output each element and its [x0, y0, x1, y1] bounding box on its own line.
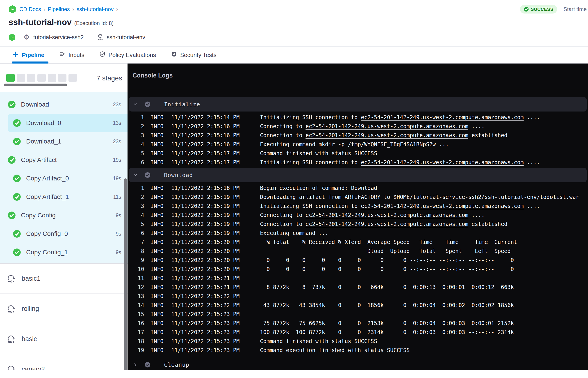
tab-inputs[interactable]: Inputs: [59, 47, 84, 63]
log-lines: 1INFO11/11/2022 2:15:18 PMBegin executio…: [128, 184, 588, 355]
svg-text:∞: ∞: [11, 35, 14, 39]
stage-row-copy-config-0[interactable]: Copy Config_09s: [0, 225, 128, 243]
svg-text:∞: ∞: [11, 7, 14, 12]
breadcrumb-link-cd-docs[interactable]: CD Docs: [19, 6, 41, 12]
stage-row-download-0[interactable]: Download_013s: [8, 114, 128, 132]
log-line-number: 13: [132, 293, 144, 299]
stage-progress-square-2: [17, 74, 25, 82]
log-timestamp: 11/11/2022 2:15:23 PM: [171, 347, 254, 353]
horizontal-scrollbar[interactable]: [4, 83, 67, 86]
log-timestamp: 11/11/2022 2:15:22 PM: [171, 302, 254, 308]
pipeline-row-basic[interactable]: basic: [0, 324, 128, 354]
stage-name: Copy Artifact: [21, 156, 57, 163]
host-link[interactable]: ec2-54-201-142-249.us-west-2.compute.ama…: [361, 114, 523, 121]
tab-pipeline[interactable]: Pipeline: [13, 47, 44, 63]
log-line-number: 19: [132, 347, 144, 353]
host-link[interactable]: ec2-54-201-142-249.us-west-2.compute.ama…: [306, 132, 468, 138]
service-name[interactable]: tutorial-service-ssh2: [33, 34, 84, 40]
log-level: INFO: [150, 185, 165, 191]
log-timestamp: 11/11/2022 2:15:14 PM: [171, 114, 254, 121]
log-line: 16INFO11/11/2022 2:15:23 PM 75 8772k 75 …: [128, 319, 588, 328]
stage-row-copy-config[interactable]: Copy Config9s: [0, 206, 128, 225]
log-line: 5INFO11/11/2022 2:15:19 PMConnection to …: [128, 220, 588, 229]
stage-row-copy-config-1[interactable]: Copy Config_19s: [0, 243, 128, 262]
pipeline-execution-page: ∞ CD Docs›Pipelines›ssh-tutorial-nov› SU…: [0, 0, 588, 370]
log-timestamp: 11/11/2022 2:15:23 PM: [171, 338, 254, 344]
stage-success-icon: [13, 119, 21, 127]
log-section-header-download[interactable]: Download: [129, 168, 587, 182]
log-line-number: 4: [132, 141, 144, 148]
breadcrumb-separator: ›: [116, 6, 118, 13]
log-line: 8INFO11/11/2022 2:15:20 PM Dload Upload …: [128, 247, 588, 256]
host-link[interactable]: ec2-54-201-142-249.us-west-2.compute.ama…: [306, 123, 468, 130]
log-level: INFO: [150, 212, 165, 218]
status-badge: SUCCESS: [520, 5, 557, 14]
pipeline-row-basic1[interactable]: basic1: [0, 263, 128, 294]
host-link[interactable]: ec2-54-201-142-249.us-west-2.compute.ama…: [306, 221, 468, 227]
host-link[interactable]: ec2-54-201-142-249.us-west-2.compute.ama…: [361, 203, 523, 209]
log-line-number: 6: [132, 230, 144, 236]
pipeline-row-canary2[interactable]: canary2: [0, 354, 128, 370]
log-message: 0 0 0 0 0 0 0 0 --:--:-- --:--:-- --:--:…: [260, 266, 588, 272]
log-level: INFO: [150, 329, 165, 336]
stage-success-icon: [13, 230, 21, 238]
log-section-header-cleanup[interactable]: Cleanup: [129, 357, 587, 370]
vertical-scrollbar[interactable]: [124, 178, 127, 370]
log-timestamp: 11/11/2022 2:15:21 PM: [171, 275, 254, 281]
stage-list: Download23sDownload_013sDownload_123sCop…: [0, 92, 128, 263]
log-line: 3INFO11/11/2022 2:15:19 PMInitializing S…: [128, 202, 588, 211]
stage-row-download-1[interactable]: Download_123s: [0, 132, 128, 151]
console-sections: Initialize1INFO11/11/2022 2:15:14 PMInit…: [128, 97, 588, 370]
stage-progress-square-3: [27, 74, 35, 82]
breadcrumb-link-ssh-tutorial-nov[interactable]: ssh-tutorial-nov: [77, 6, 114, 12]
log-line: 6INFO11/11/2022 2:15:17 PMInitializing S…: [128, 158, 588, 167]
main-content: 7 stages Download23sDownload_013sDownloa…: [0, 64, 588, 370]
log-section-header-initialize[interactable]: Initialize: [129, 97, 587, 111]
stage-row-copy-artifact-0[interactable]: Copy Artifact_019s: [0, 169, 128, 188]
log-line: 2INFO11/11/2022 2:15:16 PMConnecting to …: [128, 122, 588, 131]
log-level: INFO: [150, 275, 165, 281]
log-message: Connection to ec2-54-201-142-249.us-west…: [260, 221, 588, 227]
stage-row-download[interactable]: Download23s: [0, 95, 128, 114]
log-level: INFO: [150, 194, 165, 200]
tab-security-tests[interactable]: Security Tests: [171, 47, 216, 63]
breadcrumb-link-pipelines[interactable]: Pipelines: [48, 6, 70, 12]
stage-success-icon: [8, 211, 16, 219]
log-level: INFO: [150, 302, 165, 308]
pipeline-list: basic1 rolling basic canary2: [0, 263, 128, 370]
log-line-number: 6: [132, 159, 144, 166]
pipeline-row-rolling[interactable]: rolling: [0, 294, 128, 324]
log-line: 12INFO11/11/2022 2:15:21 PM 8 8772k 8 73…: [128, 283, 588, 292]
environment-name[interactable]: ssh-tutorial-env: [107, 34, 145, 40]
log-timestamp: 11/11/2022 2:15:20 PM: [171, 239, 254, 245]
log-line: 9INFO11/11/2022 2:15:20 PM 0 0 0 0 0 0 0…: [128, 256, 588, 265]
log-level: INFO: [150, 114, 165, 121]
log-line: 14INFO11/11/2022 2:15:22 PM 43 8772k 43 …: [128, 301, 588, 310]
log-level: INFO: [150, 266, 165, 272]
stage-progress-square-5: [48, 74, 56, 82]
log-line-number: 18: [132, 338, 144, 344]
log-message: 43 8772k 43 3854k 0 0 1856k 0 0:00:04 0:…: [260, 302, 588, 308]
host-link[interactable]: ec2-54-201-142-249.us-west-2.compute.ama…: [306, 212, 468, 218]
log-timestamp: 11/11/2022 2:15:23 PM: [171, 311, 254, 317]
log-message: 75 8772k 75 6625k 0 0 2153k 0 0:00:04 0:…: [260, 320, 588, 326]
pipeline-name: rolling: [22, 305, 39, 312]
log-line-number: 4: [132, 212, 144, 218]
host-link[interactable]: ec2-54-201-142-249.us-west-2.compute.ama…: [361, 159, 523, 166]
log-line: 1INFO11/11/2022 2:15:18 PMBegin executio…: [128, 184, 588, 193]
breadcrumb-separator: ›: [72, 6, 74, 13]
log-line-number: 3: [132, 132, 144, 138]
stage-success-icon: [13, 248, 21, 256]
rollback-stages-icon: [7, 365, 16, 370]
tab-policy-evaluations[interactable]: Policy Evaluations: [99, 47, 156, 63]
stage-row-copy-artifact[interactable]: Copy Artifact19s: [0, 151, 128, 169]
rollback-stages-icon: [7, 335, 16, 344]
section-success-icon: [145, 362, 150, 368]
service-environment-row: ∞ ⚙ tutorial-service-ssh2 ssh-tutorial-e…: [9, 32, 588, 42]
stage-row-copy-artifact-1[interactable]: Copy Artifact_111s: [0, 188, 128, 206]
log-level: INFO: [150, 159, 165, 166]
chevron-right-icon: [133, 362, 138, 367]
stage-progress-square-1: [6, 74, 15, 82]
stage-duration: 19s: [113, 176, 121, 182]
log-line-number: 1: [132, 114, 144, 121]
